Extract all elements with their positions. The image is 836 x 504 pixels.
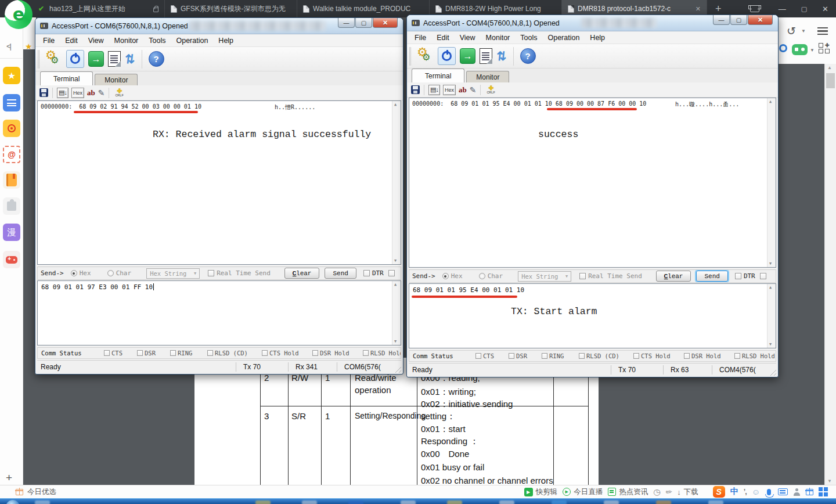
featured-link[interactable]: 今日优选 <box>0 487 56 497</box>
tab-terminal[interactable]: Terminal <box>412 69 464 82</box>
sidebar-favorites-icon[interactable]: ★ <box>3 67 20 84</box>
pin-icon[interactable]: ✐ <box>664 487 674 498</box>
menu-view[interactable]: View <box>83 37 109 45</box>
autosend-icon[interactable]: → <box>460 48 475 64</box>
scrollbar-thumb[interactable] <box>826 73 835 88</box>
menu-operation[interactable]: Operation <box>542 34 585 42</box>
receive-terminal[interactable]: 00000000: 68 09 01 01 95 E4 00 01 01 10 … <box>409 98 776 268</box>
crlf-icon[interactable]: ✚CRLF <box>487 85 495 95</box>
ime-punctuation-toggle[interactable]: ’, <box>744 488 747 496</box>
close-tab-icon[interactable]: ✕ <box>692 5 701 13</box>
favorite-star-icon[interactable]: ★ <box>25 42 33 51</box>
hex-radio[interactable]: Hex <box>71 269 91 277</box>
taskbar-item[interactable] <box>35 501 50 504</box>
user-icon[interactable] <box>793 488 801 496</box>
terminal-scrollbar[interactable] <box>392 101 401 264</box>
menu-tools[interactable]: Tools <box>515 34 542 42</box>
hex-view-icon[interactable]: ▤↓ <box>428 85 440 95</box>
rts-checkbox[interactable] <box>388 270 395 276</box>
keyboard-icon[interactable] <box>778 488 788 495</box>
history-clock-icon[interactable]: ◷ <box>653 487 660 496</box>
windows-taskbar[interactable] <box>0 498 836 504</box>
char-mode-button[interactable]: ab <box>459 85 467 95</box>
notes-icon[interactable]: ✎ <box>98 88 105 98</box>
taskbar-item[interactable] <box>302 501 317 504</box>
close-button[interactable]: ✕ <box>748 15 773 25</box>
ime-chinese-toggle[interactable]: 中 <box>730 487 738 497</box>
download-tool[interactable]: ↓下载 <box>677 487 698 497</box>
help-icon[interactable]: ? <box>149 51 164 67</box>
char-radio[interactable]: Char <box>479 272 503 280</box>
apps-grid-icon[interactable]: ✚ <box>819 43 830 53</box>
send-input[interactable]: 68 09 01 01 95 E4 00 01 01 10 TX: Start … <box>409 283 776 348</box>
clear-button[interactable]: CClear <box>656 271 691 282</box>
taskbar-item[interactable] <box>552 501 567 504</box>
close-button[interactable]: ✕ <box>373 18 398 28</box>
taskbar-item[interactable] <box>604 501 619 504</box>
hex-mode-button[interactable]: Hex <box>71 88 84 98</box>
maximize-button[interactable]: ▢ <box>730 15 747 25</box>
quick-edit-tool[interactable]: ▶快剪辑 <box>524 487 558 497</box>
hex-mode-button[interactable]: Hex <box>443 85 456 95</box>
tab-hao123[interactable]: ✔ hao123_上网从这里开始 <box>33 0 165 17</box>
games-icon[interactable] <box>792 44 808 55</box>
scroll-down-icon[interactable]: ▼ <box>827 478 832 484</box>
autosend-icon[interactable]: → <box>88 51 104 67</box>
char-mode-button[interactable]: ab <box>87 88 95 98</box>
port-power-button[interactable] <box>66 50 84 68</box>
taskbar-item[interactable] <box>499 501 514 504</box>
rts-checkbox[interactable] <box>760 273 766 279</box>
sogou-ime-icon[interactable]: S <box>713 486 725 498</box>
sidebar-weibo-icon[interactable] <box>3 120 20 137</box>
log-file-icon[interactable] <box>480 48 492 64</box>
menu-edit[interactable]: Edit <box>431 34 455 42</box>
taskbar-item[interactable] <box>447 501 462 504</box>
settings-icon[interactable] <box>46 51 62 68</box>
taskbar-item[interactable] <box>348 501 363 504</box>
sidebar-mail-icon[interactable]: @ <box>3 146 20 163</box>
port-power-button[interactable] <box>438 47 456 65</box>
clear-button[interactable]: CClear <box>284 268 320 279</box>
hex-view-icon[interactable]: ▤↓ <box>57 88 69 98</box>
save-icon[interactable] <box>411 85 420 94</box>
menu-file[interactable]: File <box>38 37 60 45</box>
taskbar-item[interactable] <box>255 501 271 504</box>
notes-icon[interactable]: ✎ <box>470 85 477 95</box>
tab-terminal[interactable]: Terminal <box>40 71 93 85</box>
menu-view[interactable]: View <box>455 34 481 42</box>
ime-menu-grid-icon[interactable] <box>819 487 828 496</box>
send-mode-select[interactable]: Hex String▼ <box>518 271 571 282</box>
tab-monitor[interactable]: Monitor <box>466 71 509 82</box>
resize-grip[interactable] <box>769 368 776 376</box>
sidebar-newsfeed-icon[interactable] <box>3 94 20 111</box>
taskbar-item[interactable] <box>656 501 671 504</box>
undo-icon[interactable]: ↺ <box>787 24 796 38</box>
menu-monitor[interactable]: Monitor <box>481 34 516 42</box>
save-icon[interactable] <box>39 88 48 97</box>
taskbar-item[interactable] <box>401 501 416 504</box>
menu-icon[interactable] <box>817 27 828 35</box>
gift-icon-blue[interactable] <box>806 489 813 495</box>
dtr-checkbox[interactable]: DTR <box>363 269 384 277</box>
resize-grip[interactable] <box>394 365 401 373</box>
receive-terminal[interactable]: 00000000: 68 09 02 91 94 52 00 03 00 00 … <box>37 100 401 265</box>
microphone-icon[interactable] <box>767 489 771 495</box>
dtr-checkbox[interactable]: DTR <box>735 272 755 280</box>
send-input[interactable]: 68 09 01 01 97 E3 00 01 FF 10 <box>37 280 401 345</box>
maximize-button[interactable]: ▢ <box>355 18 372 28</box>
minimize-button[interactable]: — <box>713 15 730 25</box>
menu-help[interactable]: Help <box>585 34 610 42</box>
tab-gfsk-module[interactable]: GFSK系列透传模块-深圳市思为无 <box>165 0 297 17</box>
menu-edit[interactable]: Edit <box>60 37 83 45</box>
char-radio[interactable]: Char <box>107 269 132 277</box>
realtime-checkbox[interactable]: Real Time Send <box>579 272 642 280</box>
hex-radio[interactable]: Hex <box>442 272 463 280</box>
browser-maximize-button[interactable]: ▢ <box>794 0 815 17</box>
title-bar[interactable]: AccessPort - COM4(57600,N,8,1) Opened — … <box>407 15 778 31</box>
collapse-sidebar-icon[interactable]: <| <box>6 42 10 51</box>
emoji-icon[interactable]: ☺ <box>752 487 760 496</box>
sidebar-notebook-icon[interactable] <box>3 171 20 189</box>
send-button[interactable]: Send <box>325 268 356 279</box>
menu-monitor[interactable]: Monitor <box>109 37 144 45</box>
hot-news-tool[interactable]: 热点资讯 <box>608 487 648 497</box>
